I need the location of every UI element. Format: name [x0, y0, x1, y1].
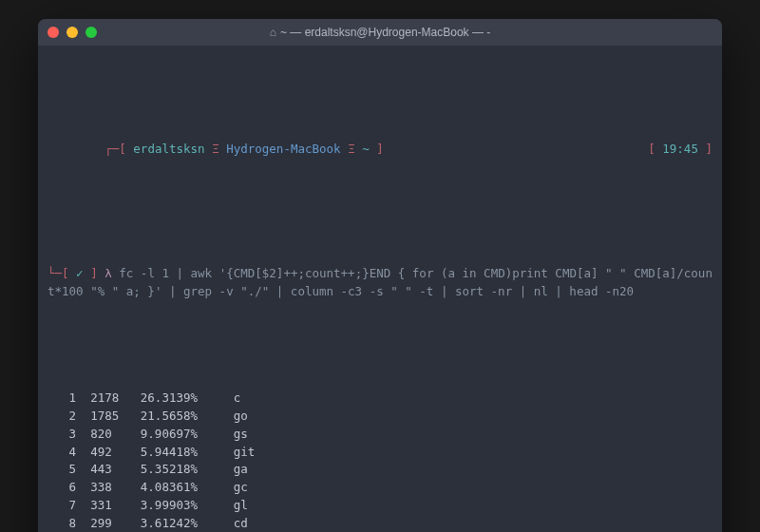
table-row: 2178521.5658%go	[48, 408, 712, 426]
prompt-user: erdaltsksn	[133, 142, 204, 156]
col-count: 820	[90, 426, 126, 444]
output-table: 1217826.3139%c2178521.5658%go38209.90697…	[48, 390, 712, 532]
maximize-icon[interactable]	[86, 27, 97, 38]
col-pct: 9.90697%	[141, 426, 212, 444]
table-row: 82993.61242%cd	[48, 515, 712, 533]
col-pct: 5.35218%	[141, 461, 212, 479]
prompt-host: Hydrogen-MacBook	[226, 142, 340, 156]
col-count: 1785	[90, 408, 126, 426]
command-text: fc -l 1 | awk '{CMD[$2]++;count++;}END {…	[48, 266, 712, 298]
col-count: 299	[90, 515, 126, 533]
col-cmd: go	[234, 408, 712, 426]
time-bracket-open: [	[648, 142, 656, 156]
col-cmd: gc	[234, 479, 712, 497]
terminal-body[interactable]: ┌─[ erdaltsksn Ξ Hydrogen-MacBook Ξ ~ ] …	[38, 46, 722, 532]
check-icon: ✓	[76, 266, 84, 280]
col-count: 492	[90, 444, 126, 462]
xi-sep2: Ξ	[348, 142, 355, 156]
col-cmd: cd	[234, 515, 712, 533]
table-row: 73313.99903%gl	[48, 497, 712, 515]
table-row: 1217826.3139%c	[48, 390, 712, 408]
prompt-corner-bottom: └─[	[48, 266, 69, 280]
col-pct: 3.61242%	[141, 515, 212, 533]
time-bracket-close: ]	[705, 142, 712, 156]
table-row: 44925.94418%git	[48, 444, 712, 462]
col-rank: 4	[48, 444, 76, 462]
col-rank: 1	[48, 390, 76, 408]
traffic-lights	[48, 27, 97, 38]
col-rank: 2	[48, 408, 76, 426]
col-count: 443	[90, 461, 126, 479]
col-count: 338	[90, 479, 126, 497]
table-row: 63384.08361%gc	[48, 479, 712, 497]
prompt-corner-top: ┌─[	[104, 142, 126, 156]
prompt-bracket-close2: ]	[90, 266, 98, 280]
col-rank: 5	[48, 461, 76, 479]
col-cmd: gs	[234, 426, 712, 444]
col-count: 331	[90, 497, 126, 515]
col-rank: 6	[48, 479, 76, 497]
col-rank: 7	[48, 497, 76, 515]
col-cmd: c	[234, 390, 712, 408]
col-rank: 8	[48, 515, 76, 533]
col-rank: 3	[48, 426, 76, 444]
window-title-text: ~ — erdaltsksn@Hydrogen-MacBook — -	[280, 26, 490, 39]
lambda-icon: λ	[104, 266, 112, 280]
prompt-time: 19:45	[662, 142, 698, 156]
close-icon[interactable]	[48, 27, 59, 38]
col-pct: 21.5658%	[141, 408, 212, 426]
col-count: 2178	[90, 390, 126, 408]
col-pct: 26.3139%	[141, 390, 212, 408]
home-icon: ⌂	[270, 26, 276, 39]
prompt-line-1-top: ┌─[ erdaltsksn Ξ Hydrogen-MacBook Ξ ~ ] …	[48, 123, 712, 176]
prompt-bracket-close: ]	[376, 142, 384, 156]
prompt-path: ~	[362, 142, 370, 156]
terminal-window: ⌂~ — erdaltsksn@Hydrogen-MacBook — - ┌─[…	[38, 19, 722, 532]
col-cmd: ga	[234, 461, 712, 479]
titlebar[interactable]: ⌂~ — erdaltsksn@Hydrogen-MacBook — -	[38, 19, 722, 46]
col-pct: 5.94418%	[141, 444, 212, 462]
table-row: 54435.35218%ga	[48, 461, 712, 479]
col-pct: 4.08361%	[141, 479, 212, 497]
col-cmd: git	[234, 444, 712, 462]
xi-sep: Ξ	[212, 142, 219, 156]
col-cmd: gl	[234, 497, 712, 515]
minimize-icon[interactable]	[66, 27, 78, 38]
window-title: ⌂~ — erdaltsksn@Hydrogen-MacBook — -	[38, 26, 722, 39]
col-pct: 3.99903%	[141, 497, 212, 515]
table-row: 38209.90697%gs	[48, 426, 712, 444]
prompt-line-1-bottom: └─[ ✓ ] λ fc -l 1 | awk '{CMD[$2]++;coun…	[48, 247, 712, 318]
